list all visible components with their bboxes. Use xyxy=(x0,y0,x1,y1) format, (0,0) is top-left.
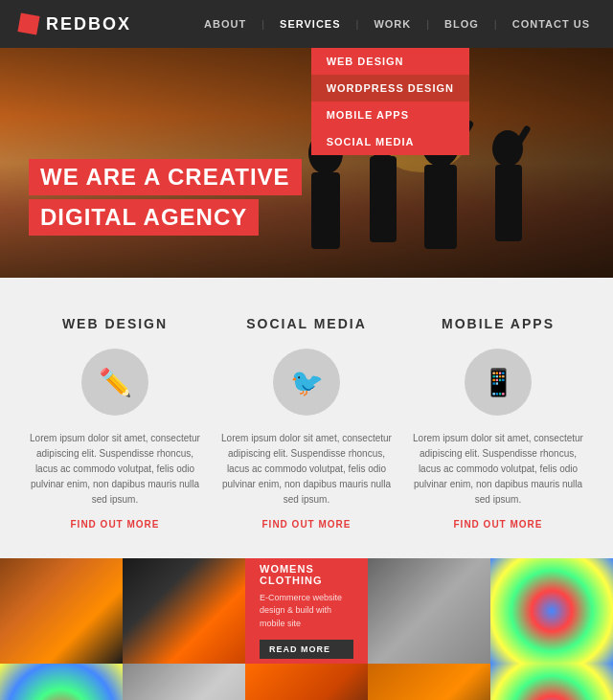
nav-sep-4: | xyxy=(494,18,497,30)
service-web-title: WEB DESIGN xyxy=(29,316,201,331)
portfolio-item-4[interactable] xyxy=(368,558,490,664)
service-web-text: Lorem ipsum dolor sit amet, consectetur … xyxy=(29,431,201,508)
dropdown-wordpress[interactable]: WORDPRESS DESIGN xyxy=(311,75,469,102)
featured-desc: E-Commerce website design & build with m… xyxy=(260,592,353,631)
service-mobile-title: MOBILE APPS xyxy=(412,316,584,331)
dropdown-social[interactable]: SOCIAL MEDIA xyxy=(311,128,469,155)
hero-text: WE ARE A CREATIVE DIGITAL AGENCY xyxy=(29,159,302,239)
svg-rect-2 xyxy=(311,172,340,249)
service-social-title: SOCIAL MEDIA xyxy=(220,316,393,331)
logo-text: REDBOX xyxy=(46,14,131,34)
nav-about[interactable]: ABOUT xyxy=(200,18,250,30)
portfolio-item-10[interactable] xyxy=(490,664,613,700)
social-media-icon: 🐦 xyxy=(273,349,340,416)
svg-rect-4 xyxy=(370,156,397,242)
services-section: WEB DESIGN ✏️ Lorem ipsum dolor sit amet… xyxy=(0,278,613,558)
service-social-media: SOCIAL MEDIA 🐦 Lorem ipsum dolor sit ame… xyxy=(220,316,393,530)
nav-sep-2: | xyxy=(356,18,359,30)
nav-blog[interactable]: BLOG xyxy=(441,18,483,30)
service-web-design: WEB DESIGN ✏️ Lorem ipsum dolor sit amet… xyxy=(29,316,201,530)
featured-title: WOMENS CLOTHING xyxy=(260,563,353,586)
portfolio-item-9[interactable] xyxy=(368,664,490,700)
logo-icon xyxy=(17,12,39,34)
portfolio-item-1[interactable] xyxy=(0,558,123,664)
web-design-icon: ✏️ xyxy=(81,349,148,416)
nav-sep-1: | xyxy=(261,18,264,30)
dropdown-web-design[interactable]: WEB DESIGN xyxy=(311,48,469,75)
svg-rect-7 xyxy=(424,165,457,249)
svg-rect-10 xyxy=(495,165,522,241)
service-mobile-text: Lorem ipsum dolor sit amet, consectetur … xyxy=(412,431,584,508)
services-dropdown: WEB DESIGN WORDPRESS DESIGN MOBILE APPS … xyxy=(311,48,469,155)
hero-line1: WE ARE A CREATIVE xyxy=(29,159,302,195)
hero-line2: DIGITAL AGENCY xyxy=(29,199,259,236)
main-nav: ABOUT | SERVICES | WORK | BLOG | CONTACT… xyxy=(200,18,594,30)
portfolio-featured[interactable]: WOMENS CLOTHING E-Commerce website desig… xyxy=(245,558,368,664)
service-social-link[interactable]: FIND OUT MORE xyxy=(220,519,393,530)
nav-services[interactable]: SERVICES xyxy=(276,18,344,30)
dropdown-mobile[interactable]: MOBILE APPS xyxy=(311,102,469,128)
featured-cta[interactable]: READ MORE xyxy=(260,640,353,659)
service-mobile-link[interactable]: FIND OUT MORE xyxy=(412,519,584,530)
portfolio-item-8[interactable] xyxy=(245,664,368,700)
header: REDBOX ABOUT | SERVICES | WORK | BLOG | … xyxy=(0,0,613,48)
nav-contact[interactable]: CONTACT US xyxy=(509,18,594,30)
mobile-apps-icon: 📱 xyxy=(465,349,532,416)
portfolio-item-5[interactable] xyxy=(490,558,613,664)
portfolio-item-2[interactable] xyxy=(123,558,245,664)
portfolio-item-6[interactable] xyxy=(0,664,123,700)
service-mobile-apps: MOBILE APPS 📱 Lorem ipsum dolor sit amet… xyxy=(412,316,584,530)
hero-section: WE ARE A CREATIVE DIGITAL AGENCY xyxy=(0,48,613,278)
service-social-text: Lorem ipsum dolor sit amet, consectetur … xyxy=(220,431,393,508)
portfolio-grid: WOMENS CLOTHING E-Commerce website desig… xyxy=(0,558,613,700)
service-web-link[interactable]: FIND OUT MORE xyxy=(29,519,201,530)
logo[interactable]: REDBOX xyxy=(19,14,131,34)
portfolio-item-7[interactable] xyxy=(123,664,245,700)
nav-work[interactable]: WORK xyxy=(370,18,415,30)
nav-sep-3: | xyxy=(426,18,429,30)
